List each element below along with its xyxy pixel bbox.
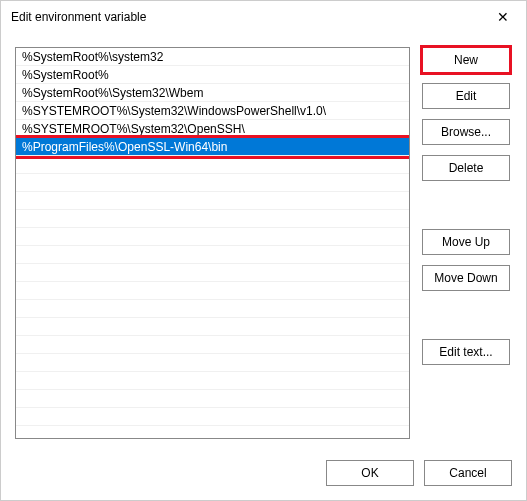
list-item[interactable]: %SYSTEMROOT%\System32\OpenSSH\: [16, 120, 409, 138]
edit-button[interactable]: Edit: [422, 83, 510, 109]
list-empty-row[interactable]: [16, 372, 409, 390]
list-empty-row[interactable]: [16, 300, 409, 318]
close-button[interactable]: ✕: [480, 1, 526, 33]
list-empty-row[interactable]: [16, 336, 409, 354]
list-item[interactable]: %SystemRoot%: [16, 66, 409, 84]
list-empty-row[interactable]: [16, 192, 409, 210]
list-item[interactable]: %ProgramFiles%\OpenSSL-Win64\bin: [16, 138, 409, 156]
move-down-button[interactable]: Move Down: [422, 265, 510, 291]
ok-button[interactable]: OK: [326, 460, 414, 486]
titlebar: Edit environment variable ✕: [1, 1, 526, 33]
browse-button[interactable]: Browse...: [422, 119, 510, 145]
list-empty-row[interactable]: [16, 210, 409, 228]
list-item[interactable]: %SYSTEMROOT%\System32\WindowsPowerShell\…: [16, 102, 409, 120]
window-title: Edit environment variable: [11, 10, 146, 24]
list-empty-row[interactable]: [16, 264, 409, 282]
list-item[interactable]: %SystemRoot%\System32\Wbem: [16, 84, 409, 102]
side-button-panel: New Edit Browse... Delete Move Up Move D…: [422, 47, 512, 448]
close-icon: ✕: [497, 9, 509, 25]
list-empty-row[interactable]: [16, 354, 409, 372]
list-empty-row[interactable]: [16, 408, 409, 426]
list-empty-row[interactable]: [16, 390, 409, 408]
content-area: %SystemRoot%\system32%SystemRoot%%System…: [1, 33, 526, 448]
list-item[interactable]: %SystemRoot%\system32: [16, 48, 409, 66]
delete-button[interactable]: Delete: [422, 155, 510, 181]
footer-buttons: OK Cancel: [1, 448, 526, 500]
new-button[interactable]: New: [422, 47, 510, 73]
list-empty-row[interactable]: [16, 282, 409, 300]
list-empty-row[interactable]: [16, 174, 409, 192]
move-up-button[interactable]: Move Up: [422, 229, 510, 255]
list-empty-row[interactable]: [16, 318, 409, 336]
list-empty-row[interactable]: [16, 246, 409, 264]
cancel-button[interactable]: Cancel: [424, 460, 512, 486]
list-empty-row[interactable]: [16, 156, 409, 174]
edit-text-button[interactable]: Edit text...: [422, 339, 510, 365]
list-empty-row[interactable]: [16, 228, 409, 246]
dialog-window: Edit environment variable ✕ %SystemRoot%…: [0, 0, 527, 501]
path-listbox[interactable]: %SystemRoot%\system32%SystemRoot%%System…: [15, 47, 410, 439]
